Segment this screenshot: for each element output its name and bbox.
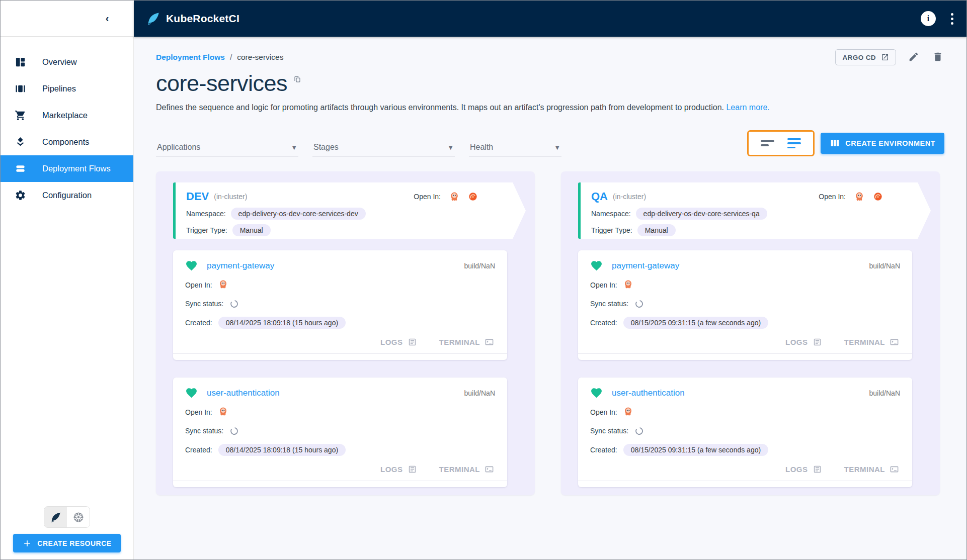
sidebar-item-marketplace[interactable]: Marketplace <box>1 102 133 129</box>
argocd-button[interactable]: ARGO CD <box>835 49 896 65</box>
kebab-menu-icon[interactable] <box>949 11 955 27</box>
sidebar-collapse-button[interactable]: ‹ <box>99 10 116 27</box>
app-logo: KubeRocketCI <box>146 11 239 26</box>
stage-header-qa: QA (in-cluster) Open In: Namespace: <box>578 182 931 239</box>
terminal-icon <box>890 464 899 474</box>
open-in-label: Open In: <box>185 408 212 416</box>
grafana-icon[interactable] <box>468 192 478 202</box>
created-timestamp-chip: 08/15/2025 09:31:15 (a few seconds ago) <box>623 317 768 329</box>
sync-status-label: Sync status: <box>590 300 628 308</box>
sync-status-unknown-icon <box>634 299 644 309</box>
logs-button[interactable]: LOGS <box>785 464 822 474</box>
open-in-label: Open In: <box>185 281 212 289</box>
logs-document-icon <box>408 464 417 474</box>
build-version-label: build/NaN <box>464 389 495 397</box>
pencil-icon <box>908 51 919 62</box>
stage-cluster-label: (in-cluster) <box>214 193 247 201</box>
create-resource-label: CREATE RESOURCE <box>37 539 111 547</box>
kubernetes-mode-button[interactable] <box>67 507 90 527</box>
logs-document-icon <box>813 337 822 347</box>
stages-filter-select[interactable]: Stages ▼ <box>312 143 455 156</box>
copy-name-button[interactable] <box>293 75 301 84</box>
sync-status-label: Sync status: <box>590 427 628 435</box>
breadcrumb-deployment-flows-link[interactable]: Deployment Flows <box>156 53 225 62</box>
terminal-button[interactable]: TERMINAL <box>844 337 900 347</box>
opensearch-icon[interactable] <box>487 192 497 202</box>
detailed-view-button[interactable] <box>787 136 801 151</box>
argocd-button-label: ARGO CD <box>842 54 876 61</box>
card-divider <box>578 481 912 481</box>
breadcrumb: Deployment Flows / core-services <box>156 53 283 62</box>
health-heart-icon <box>185 387 198 399</box>
terminal-icon <box>890 337 899 347</box>
health-heart-icon <box>185 259 198 272</box>
create-resource-button[interactable]: CREATE RESOURCE <box>13 534 120 552</box>
sidebar-item-overview[interactable]: Overview <box>1 49 133 75</box>
grafana-icon[interactable] <box>873 192 883 202</box>
card-divider <box>578 353 912 354</box>
learn-more-link[interactable]: Learn more. <box>726 103 769 112</box>
sidebar-item-pipelines[interactable]: Pipelines <box>1 75 133 102</box>
opensearch-icon[interactable] <box>892 192 902 202</box>
logs-button[interactable]: LOGS <box>785 337 822 347</box>
cart-icon <box>15 110 26 121</box>
sidebar-item-deployment-flows[interactable]: Deployment Flows <box>1 155 133 182</box>
gear-icon <box>15 190 26 201</box>
sidebar-item-label: Pipelines <box>42 84 76 94</box>
created-label: Created: <box>185 446 212 454</box>
delete-button[interactable] <box>931 50 944 65</box>
application-name-link[interactable]: payment-gateway <box>207 261 274 271</box>
terminal-button[interactable]: TERMINAL <box>439 337 495 347</box>
health-filter-select[interactable]: Health ▼ <box>469 143 561 156</box>
argocd-icon[interactable] <box>623 407 633 418</box>
open-in-label: Open In: <box>414 193 441 201</box>
breadcrumb-separator: / <box>230 53 232 62</box>
argocd-icon[interactable] <box>449 192 459 202</box>
application-name-link[interactable]: user-authentication <box>207 388 280 398</box>
stage-name-link[interactable]: DEV <box>186 190 209 203</box>
plus-icon <box>22 538 32 548</box>
external-link-icon <box>881 53 889 61</box>
sidebar-item-components[interactable]: Components <box>1 129 133 155</box>
compact-view-button[interactable] <box>761 138 774 148</box>
stages-filter-label: Stages <box>313 143 339 152</box>
edit-button[interactable] <box>907 50 920 65</box>
card-divider <box>173 481 507 481</box>
terminal-label: TERMINAL <box>844 465 885 474</box>
argocd-icon[interactable] <box>218 407 228 418</box>
argocd-icon[interactable] <box>218 279 228 291</box>
sidebar-item-configuration[interactable]: Configuration <box>1 182 133 209</box>
terminal-button[interactable]: TERMINAL <box>844 464 900 474</box>
argocd-icon[interactable] <box>623 279 633 291</box>
stage-column-dev: DEV (in-cluster) Open In: Namespace: <box>156 171 535 495</box>
created-timestamp-chip: 08/14/2025 18:09:18 (15 hours ago) <box>218 444 346 456</box>
trigger-type-label: Trigger Type: <box>186 226 227 234</box>
applications-filter-select[interactable]: Applications ▼ <box>156 143 298 156</box>
logs-button[interactable]: LOGS <box>380 464 417 474</box>
stage-name-link[interactable]: QA <box>591 190 608 203</box>
logs-document-icon <box>408 337 417 347</box>
dashboard-icon <box>15 56 26 68</box>
logs-button[interactable]: LOGS <box>380 337 417 347</box>
open-in-label: Open In: <box>590 281 617 289</box>
application-name-link[interactable]: payment-gateway <box>612 261 679 271</box>
terminal-button[interactable]: TERMINAL <box>439 464 495 474</box>
terminal-label: TERMINAL <box>439 338 480 346</box>
health-heart-icon <box>590 259 603 272</box>
create-environment-label: CREATE ENVIRONMENT <box>845 139 935 147</box>
card-divider <box>173 353 507 354</box>
application-name-link[interactable]: user-authentication <box>612 388 685 398</box>
build-version-label: build/NaN <box>869 389 900 397</box>
quill-mode-button[interactable] <box>44 507 67 527</box>
detailed-rows-icon <box>787 138 801 140</box>
info-icon[interactable]: i <box>921 11 936 26</box>
terminal-icon <box>485 337 494 347</box>
open-in-label: Open In: <box>819 193 846 201</box>
sync-status-unknown-icon <box>229 299 239 309</box>
argocd-icon[interactable] <box>854 192 864 202</box>
sidebar-footer: CREATE RESOURCE <box>1 506 133 552</box>
kubernetes-icon <box>72 511 85 523</box>
sync-status-label: Sync status: <box>185 427 223 435</box>
create-environment-button[interactable]: CREATE ENVIRONMENT <box>821 133 944 154</box>
chevron-down-icon: ▼ <box>447 144 454 151</box>
